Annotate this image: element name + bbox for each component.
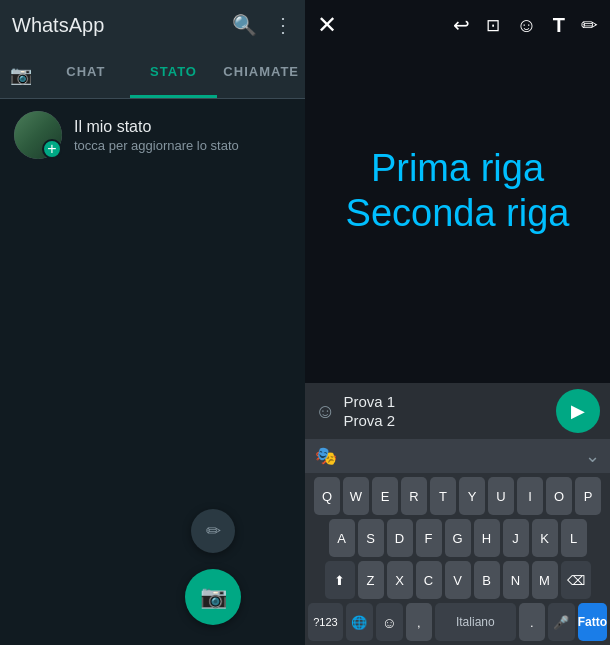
key-p[interactable]: P (575, 477, 601, 515)
canvas-text-line1: Prima riga (346, 146, 570, 192)
key-l[interactable]: L (561, 519, 587, 557)
key-row-2: A S D F G H J K L (308, 519, 607, 557)
tab-stato[interactable]: STATO (130, 50, 218, 98)
left-content-area (0, 171, 305, 645)
right-top-bar: ✕ ↩ ⊡ ☺ T ✏ (305, 0, 610, 50)
suggestions-list: Prova 1 Prova 2 (343, 393, 548, 429)
key-period[interactable]: . (519, 603, 545, 641)
right-top-right: ↩ ⊡ ☺ T ✏ (453, 13, 598, 37)
emoji-sticker-icon[interactable]: ☺ (516, 14, 536, 37)
key-e[interactable]: E (372, 477, 398, 515)
key-o[interactable]: O (546, 477, 572, 515)
key-v[interactable]: V (445, 561, 471, 599)
keyboard-emoji-icon[interactable]: 🎭 (315, 445, 337, 467)
key-k[interactable]: K (532, 519, 558, 557)
key-q[interactable]: Q (314, 477, 340, 515)
key-r[interactable]: R (401, 477, 427, 515)
key-h[interactable]: H (474, 519, 500, 557)
status-subtitle: tocca per aggiornare lo stato (74, 138, 239, 153)
keyboard-area: 🎭 ⌄ Q W E R T Y U I O P A S D F (305, 439, 610, 645)
suggestion-1[interactable]: Prova 1 (343, 393, 548, 410)
text-icon[interactable]: T (553, 14, 565, 37)
my-status-entry[interactable]: + Il mio stato tocca per aggiornare lo s… (0, 99, 305, 171)
canvas-text: Prima riga Seconda riga (346, 146, 570, 237)
more-icon[interactable]: ⋮ (273, 13, 293, 37)
tab-chiamate[interactable]: CHIAMATE (217, 50, 305, 98)
key-b[interactable]: B (474, 561, 500, 599)
key-rows: Q W E R T Y U I O P A S D F G H J K (305, 473, 610, 603)
search-icon[interactable]: 🔍 (232, 13, 257, 37)
undo-icon[interactable]: ↩ (453, 13, 470, 37)
crop-icon[interactable]: ⊡ (486, 15, 500, 36)
key-row-3: ⬆ Z X C V B N M ⌫ (308, 561, 607, 599)
key-globe[interactable]: 🌐 (346, 603, 373, 641)
key-f[interactable]: F (416, 519, 442, 557)
key-y[interactable]: Y (459, 477, 485, 515)
add-status-badge[interactable]: + (42, 139, 62, 159)
edit-fab[interactable]: ✏ (191, 509, 235, 553)
key-fatto[interactable]: Fatto (578, 603, 607, 641)
key-mic[interactable]: 🎤 (548, 603, 575, 641)
key-n[interactable]: N (503, 561, 529, 599)
status-name: Il mio stato (74, 118, 239, 136)
key-row-1: Q W E R T Y U I O P (308, 477, 607, 515)
suggestion-2[interactable]: Prova 2 (343, 412, 548, 429)
key-j[interactable]: J (503, 519, 529, 557)
space-key[interactable]: Italiano (435, 603, 516, 641)
emoji-autocomplete-icon[interactable]: ☺ (315, 400, 335, 423)
key-a[interactable]: A (329, 519, 355, 557)
keyboard-top-bar: 🎭 ⌄ (305, 439, 610, 473)
left-panel: WhatsApp 🔍 ⋮ 📷 CHAT STATO CHIAMATE + Il … (0, 0, 305, 645)
top-icons: 🔍 ⋮ (232, 13, 293, 37)
key-g[interactable]: G (445, 519, 471, 557)
shift-key[interactable]: ⬆ (325, 561, 355, 599)
key-comma[interactable]: , (406, 603, 432, 641)
right-panel: ✕ ↩ ⊡ ☺ T ✏ Prima riga Seconda riga ☺ Pr… (305, 0, 610, 645)
tab-chat[interactable]: CHAT (42, 50, 130, 98)
key-emoji[interactable]: ☺ (376, 603, 403, 641)
key-w[interactable]: W (343, 477, 369, 515)
draw-icon[interactable]: ✏ (581, 13, 598, 37)
key-i[interactable]: I (517, 477, 543, 515)
key-special-123[interactable]: ?123 (308, 603, 343, 641)
key-c[interactable]: C (416, 561, 442, 599)
tabs-bar: 📷 CHAT STATO CHIAMATE (0, 50, 305, 99)
key-m[interactable]: M (532, 561, 558, 599)
backspace-key[interactable]: ⌫ (561, 561, 591, 599)
canvas-area: Prima riga Seconda riga (305, 0, 610, 383)
keyboard-chevron-down-icon[interactable]: ⌄ (585, 445, 600, 467)
status-text: Il mio stato tocca per aggiornare lo sta… (74, 118, 239, 153)
autocomplete-bar: ☺ Prova 1 Prova 2 ▶ (305, 383, 610, 439)
camera-tab-icon[interactable]: 📷 (0, 50, 42, 98)
key-s[interactable]: S (358, 519, 384, 557)
key-row-4: ?123 🌐 ☺ , Italiano . 🎤 Fatto (305, 603, 610, 645)
canvas-text-line2: Seconda riga (346, 192, 570, 238)
key-z[interactable]: Z (358, 561, 384, 599)
app-title: WhatsApp (12, 14, 104, 37)
fab-container: ✏ 📷 (185, 509, 241, 625)
send-button[interactable]: ▶ (556, 389, 600, 433)
avatar-container: + (14, 111, 62, 159)
key-u[interactable]: U (488, 477, 514, 515)
key-t[interactable]: T (430, 477, 456, 515)
key-d[interactable]: D (387, 519, 413, 557)
left-top-bar: WhatsApp 🔍 ⋮ (0, 0, 305, 50)
key-x[interactable]: X (387, 561, 413, 599)
right-top-left: ✕ (317, 11, 337, 39)
close-icon[interactable]: ✕ (317, 11, 337, 39)
camera-fab[interactable]: 📷 (185, 569, 241, 625)
